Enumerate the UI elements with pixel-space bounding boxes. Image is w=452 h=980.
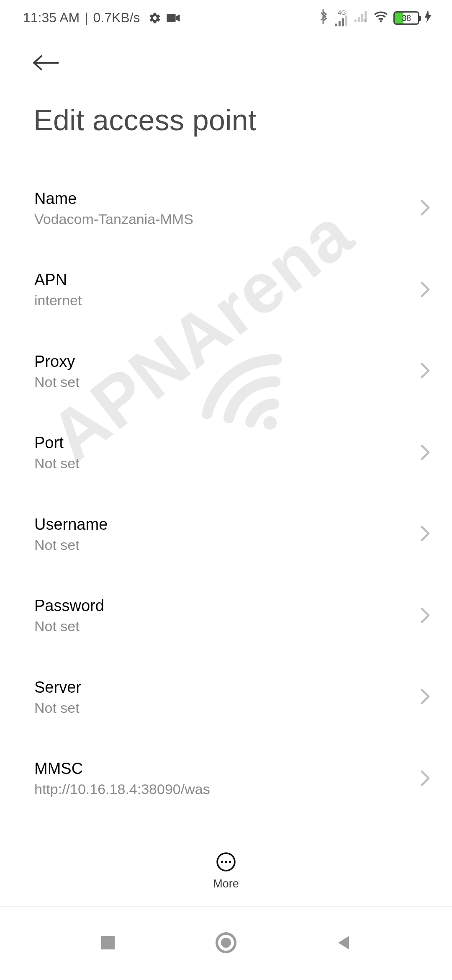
svg-point-13 — [221, 861, 223, 863]
status-time: 11:35 AM — [23, 10, 80, 26]
chevron-right-icon — [420, 688, 430, 707]
chevron-right-icon — [420, 607, 430, 625]
row-name-label: Name — [34, 190, 402, 208]
svg-point-15 — [229, 861, 231, 863]
row-username[interactable]: Username Not set — [0, 500, 452, 569]
signal-sim2-icon: x — [354, 10, 368, 26]
row-password[interactable]: Password Not set — [0, 581, 452, 650]
row-proxy[interactable]: Proxy Not set — [0, 337, 452, 406]
row-name-value: Vodacom-Tanzania-MMS — [34, 211, 402, 228]
more-button-label: More — [213, 877, 239, 890]
row-port[interactable]: Port Not set — [0, 418, 452, 487]
settings-gear-icon — [149, 12, 161, 24]
triangle-left-icon — [336, 945, 352, 952]
settings-list: Name Vodacom-Tanzania-MMS APN internet P… — [0, 174, 452, 830]
nav-back-button[interactable] — [336, 934, 352, 953]
square-icon — [100, 945, 116, 952]
nav-bar — [0, 907, 452, 980]
row-password-value: Not set — [34, 618, 402, 635]
charging-bolt-icon — [424, 10, 432, 26]
battery-indicator: 38 — [393, 11, 419, 25]
chevron-right-icon — [420, 444, 430, 462]
status-bar: 11:35 AM | 0.7KB/s 4G x 38 — [0, 0, 452, 36]
row-username-value: Not set — [34, 536, 402, 554]
status-bar-right: 4G x 38 — [318, 9, 432, 27]
status-net-speed: 0.7KB/s — [93, 10, 140, 26]
row-name[interactable]: Name Vodacom-Tanzania-MMS — [0, 174, 452, 243]
chevron-right-icon — [420, 281, 430, 299]
row-server-label: Server — [34, 678, 402, 697]
row-mmsc-label: MMSC — [34, 760, 402, 778]
video-camera-icon — [166, 13, 180, 23]
svg-rect-1 — [335, 24, 337, 27]
row-proxy-label: Proxy — [34, 353, 402, 371]
bluetooth-icon — [318, 9, 328, 27]
svg-rect-4 — [345, 15, 347, 26]
svg-point-14 — [225, 861, 227, 863]
svg-rect-5 — [354, 20, 357, 23]
row-mmsc[interactable]: MMSC http://10.16.18.4:38090/was — [0, 744, 452, 813]
more-button[interactable]: More — [213, 851, 239, 890]
row-mms-proxy[interactable]: MMS proxy 10.16.18.77 — [0, 825, 452, 830]
svg-rect-16 — [101, 936, 115, 949]
row-apn-label: APN — [34, 271, 402, 289]
status-bar-left: 11:35 AM | 0.7KB/s — [23, 10, 180, 26]
svg-rect-2 — [339, 21, 341, 26]
svg-rect-0 — [167, 14, 175, 22]
row-port-value: Not set — [34, 455, 402, 472]
nav-home-button[interactable] — [215, 932, 237, 955]
row-mmsc-value: http://10.16.18.4:38090/was — [34, 781, 402, 798]
chevron-right-icon — [420, 199, 430, 218]
row-password-label: Password — [34, 597, 402, 615]
row-server[interactable]: Server Not set — [0, 663, 452, 732]
chevron-right-icon — [420, 525, 430, 544]
svg-rect-6 — [358, 17, 360, 22]
row-username-label: Username — [34, 516, 402, 534]
row-port-label: Port — [34, 434, 402, 452]
row-apn[interactable]: APN internet — [0, 255, 452, 325]
status-separator: | — [85, 10, 88, 26]
bottom-action-bar: More — [0, 836, 452, 907]
chevron-right-icon — [420, 362, 430, 381]
arrow-left-icon — [33, 66, 59, 73]
page-title: Edit access point — [33, 103, 257, 137]
chevron-right-icon — [420, 770, 430, 788]
svg-point-18 — [221, 938, 231, 948]
wifi-icon — [373, 10, 388, 26]
row-apn-value: internet — [34, 292, 402, 309]
svg-text:x: x — [363, 17, 367, 22]
signal-4g-icon: 4G — [335, 9, 349, 26]
row-proxy-value: Not set — [34, 374, 402, 391]
circle-icon — [215, 948, 237, 955]
back-button[interactable] — [33, 54, 59, 74]
more-icon — [216, 851, 236, 874]
svg-point-10 — [380, 20, 382, 22]
nav-recents-button[interactable] — [100, 934, 116, 953]
row-server-value: Not set — [34, 699, 402, 717]
svg-rect-3 — [342, 18, 344, 27]
